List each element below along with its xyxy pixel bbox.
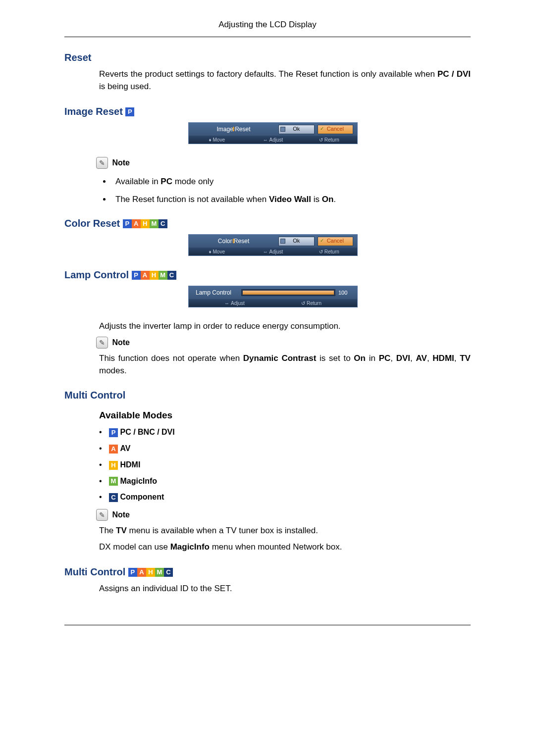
note-label: Note [112, 338, 130, 347]
h-icon: H [146, 568, 155, 577]
mode-label: HDMI [120, 460, 140, 469]
note-label: Note [112, 510, 130, 519]
osd-lamp-control: Lamp Control 100 ↔Adjust ↺Return [188, 286, 471, 307]
heading-multi-control-2-text: Multi Control [64, 566, 128, 577]
heading-color-reset: Color Reset PAHMC [64, 217, 471, 229]
t: The [99, 526, 116, 535]
slider-fill [243, 291, 334, 295]
image-reset-note: ✎ Note [96, 157, 471, 169]
note-icon: ✎ [96, 509, 108, 521]
osd-title-text: Lamp Control [196, 289, 231, 296]
reset-text-c: is being used. [99, 82, 151, 91]
lamp-slider[interactable] [241, 289, 335, 296]
h-icon: H [109, 461, 118, 470]
osd-hint-return: ↺Return [301, 137, 357, 143]
image-reset-bullets: Available in PC mode only The Reset func… [111, 177, 471, 204]
h-icon: H [150, 271, 159, 280]
m-icon: M [155, 568, 164, 577]
reset-text-a: Reverts the product settings to factory … [99, 69, 437, 79]
cancel-button[interactable]: Cancel [318, 125, 353, 134]
osd-hint-return: ↺Return [273, 301, 357, 306]
bullet-1: The Reset function is not available when… [111, 195, 471, 204]
t: is set to [316, 353, 354, 363]
mode-label: Component [120, 493, 164, 501]
arrow-down-icon: ▼ [232, 241, 236, 245]
c-icon: C [164, 568, 173, 577]
reset-text-b: PC / DVI [437, 69, 471, 79]
t: mode only [172, 177, 214, 186]
t: PC [379, 353, 391, 363]
c-icon: C [159, 219, 167, 228]
mode-item: P PC / BNC / DVI [99, 428, 471, 437]
osd-hint-move: ♦Move [189, 137, 245, 143]
multi-p2: DX model can use MagicInfo menu when mou… [99, 541, 471, 554]
cancel-button[interactable]: Cancel [318, 237, 353, 246]
t: DVI [396, 353, 410, 363]
heading-multi-control-2: Multi Control PAHMC [64, 566, 471, 578]
lamp-note: ✎ Note [96, 337, 471, 349]
t: HDMI [432, 353, 454, 363]
arrow-down-icon: ▼ [232, 129, 236, 133]
t: menu when mounted Network box. [210, 542, 342, 552]
osd-hint-adjust: ↔Adjust [189, 301, 273, 306]
m-icon: M [150, 219, 159, 228]
note-icon: ✎ [96, 337, 108, 349]
t: , [410, 353, 416, 363]
t: MagicInfo [170, 542, 210, 552]
t: , [427, 353, 432, 363]
lamp-p2: This function does not operate when Dyna… [99, 353, 471, 377]
header-divider [64, 37, 471, 37]
t: AV [416, 353, 427, 363]
m-icon: M [159, 271, 167, 280]
osd-box: ▲ Color Reset ▼ Ok Cancel ♦Move ↔Adjust … [188, 234, 358, 256]
heading-lamp-control-text: Lamp Control [64, 269, 132, 280]
mode-item: A AV [99, 444, 471, 454]
osd-title: ▲ Image Reset ▼ [189, 126, 278, 133]
t: DX model can use [99, 542, 170, 552]
footer-divider [64, 625, 471, 625]
osd-hint-adjust: ↔Adjust [245, 249, 301, 254]
t: PC [160, 177, 172, 186]
lamp-p1: Adjusts the inverter lamp in order to re… [99, 320, 471, 333]
t: , [390, 353, 396, 363]
p-icon: P [132, 271, 141, 280]
osd-box: ▲ Image Reset ▼ Ok Cancel ♦Move ↔Adjust … [188, 122, 358, 144]
t: TV [460, 353, 471, 363]
mode-item: M MagicInfo [99, 477, 471, 486]
mode-item: C Component [99, 493, 471, 502]
t: is [311, 195, 322, 204]
t: menu is available when a TV tuner box is… [127, 526, 318, 535]
osd-color-reset: ▲ Color Reset ▼ Ok Cancel ♦Move ↔Adjust … [188, 234, 471, 256]
t: Dynamic Contrast [243, 353, 316, 363]
t: in [366, 353, 379, 363]
heading-available-modes: Available Modes [99, 410, 471, 421]
t: This function does not operate when [99, 353, 243, 363]
mode-label: AV [120, 444, 130, 453]
c-icon: C [109, 493, 118, 502]
page-header: Adjusting the LCD Display [64, 20, 471, 34]
heading-reset: Reset [64, 52, 471, 63]
multi-p1: The TV menu is available when a TV tuner… [99, 525, 471, 537]
p-icon: P [123, 219, 132, 228]
multi2-p1: Assigns an individual ID to the SET. [99, 583, 471, 595]
mode-label: MagicInfo [120, 477, 157, 485]
t: Video Wall [269, 195, 311, 204]
available-modes-list: P PC / BNC / DVI A AV H HDMI M MagicInfo… [99, 428, 471, 502]
ok-button[interactable]: Ok [278, 125, 314, 134]
heading-lamp-control: Lamp Control PAHMC [64, 269, 471, 281]
mode-label: PC / BNC / DVI [120, 428, 174, 436]
m-icon: M [109, 477, 118, 486]
p-icon: P [128, 568, 137, 577]
osd-hint-adjust: ↔Adjust [245, 137, 301, 143]
heading-image-reset-text: Image Reset [64, 106, 125, 117]
p-icon: P [125, 107, 134, 116]
note-label: Note [112, 158, 130, 167]
note-icon: ✎ [96, 157, 108, 169]
bullet-0: Available in PC mode only [111, 177, 471, 187]
t: , [454, 353, 460, 363]
ok-button[interactable]: Ok [278, 237, 314, 246]
lamp-value: 100 [338, 290, 353, 296]
osd-image-reset: ▲ Image Reset ▼ Ok Cancel ♦Move ↔Adjust … [188, 122, 471, 144]
a-icon: A [109, 445, 118, 454]
mode-item: H HDMI [99, 460, 471, 470]
